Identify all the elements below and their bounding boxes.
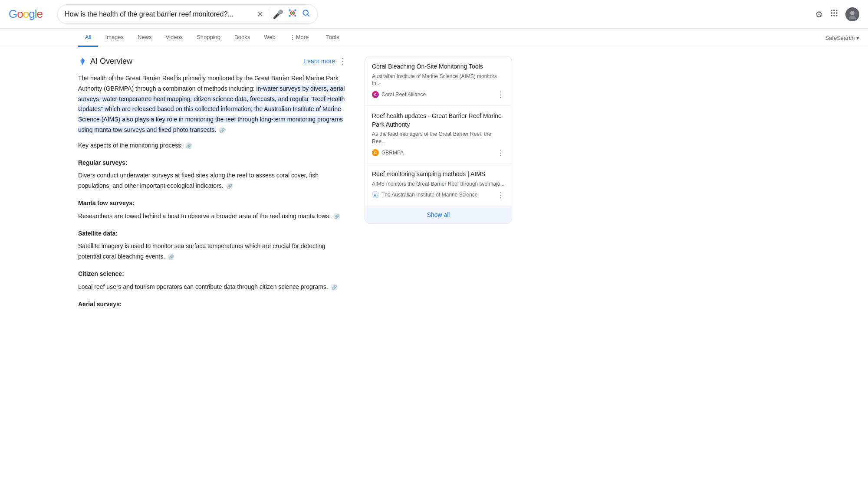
- ai-gem-icon: [78, 56, 87, 66]
- svg-rect-4: [833, 10, 835, 11]
- citation-chip-5[interactable]: 🔗: [168, 253, 174, 260]
- logo-letter-g: G: [9, 7, 17, 21]
- svg-rect-3: [831, 10, 832, 11]
- tab-web[interactable]: Web: [257, 29, 283, 47]
- svg-rect-9: [831, 15, 832, 16]
- ai-intro-paragraph: The health of the Great Barrier Reef is …: [78, 73, 347, 135]
- tab-all[interactable]: All: [78, 29, 98, 47]
- svg-rect-5: [836, 10, 837, 11]
- source-title-2: Reef health updates - Great Barrier Reef…: [372, 112, 505, 129]
- source-item-3: Reef monitoring sampling methods | AIMS …: [365, 164, 512, 206]
- section-heading-satellite: Satellite data:: [78, 229, 347, 239]
- show-all-button[interactable]: Show all: [365, 206, 512, 223]
- search-bar[interactable]: ✕ 🎤: [57, 4, 318, 24]
- svg-rect-10: [833, 15, 835, 16]
- domain-label-1: Coral Reef Alliance: [381, 92, 426, 98]
- search-bar-container: ✕ 🎤: [57, 4, 318, 24]
- svg-rect-8: [836, 12, 837, 13]
- source-item-1: Coral Bleaching On-Site Monitoring Tools…: [365, 56, 512, 106]
- header: Google ✕ 🎤: [0, 0, 868, 29]
- logo-letter-g2: g: [29, 7, 34, 21]
- section-citizen-science: Citizen science: Local reef users and to…: [78, 269, 347, 292]
- source-snippet-2: As the lead managers of the Great Barrie…: [372, 131, 505, 145]
- section-text-manta-tow: Researchers are towed behind a boat to o…: [78, 211, 347, 222]
- svg-rect-6: [831, 12, 832, 13]
- favicon-1: C: [372, 91, 379, 98]
- svg-point-2: [303, 10, 308, 15]
- section-heading-manta-tow: Manta tow surveys:: [78, 198, 347, 209]
- citation-chip-2[interactable]: 🔗: [185, 142, 192, 149]
- source-item-2: Reef health updates - Great Barrier Reef…: [365, 106, 512, 164]
- ai-overview-label: AI Overview: [90, 57, 132, 66]
- favicon-3: A: [372, 191, 379, 198]
- ai-highlighted-text: in-water surveys by divers, aerial surve…: [78, 85, 345, 133]
- google-logo: Google: [9, 8, 49, 21]
- source-meta-2: G GBRMPA ⋮: [372, 148, 505, 157]
- safesearch-label[interactable]: SafeSearch ▾: [825, 35, 868, 41]
- citation-chip-4[interactable]: 🔗: [333, 213, 340, 220]
- source-meta-1: C Coral Reef Alliance ⋮: [372, 90, 505, 99]
- apps-button[interactable]: [830, 9, 838, 20]
- tab-tools[interactable]: Tools: [319, 29, 346, 47]
- domain-label-3: The Australian Institute of Marine Scien…: [381, 192, 477, 198]
- section-manta-tow: Manta tow surveys: Researchers are towed…: [78, 198, 347, 222]
- ai-overview-actions: Learn more ⋮: [304, 56, 347, 66]
- section-aerial-surveys: Aerial surveys:: [78, 299, 347, 310]
- search-button[interactable]: [302, 9, 310, 20]
- grid-icon: [830, 9, 838, 20]
- ai-overview-title: AI Overview: [78, 56, 132, 66]
- more-dots-icon: ⋮: [289, 34, 295, 40]
- search-icon: [302, 9, 310, 20]
- svg-rect-11: [836, 15, 837, 16]
- svg-rect-7: [833, 12, 835, 13]
- camera-search-icon: [288, 8, 297, 20]
- source-menu-button-3[interactable]: ⋮: [497, 190, 505, 200]
- source-menu-button-2[interactable]: ⋮: [497, 148, 505, 157]
- tab-images[interactable]: Images: [98, 29, 131, 47]
- citation-chip-6[interactable]: 🔗: [331, 284, 338, 291]
- source-menu-button-1[interactable]: ⋮: [497, 90, 505, 99]
- logo-letter-o1: o: [17, 7, 23, 21]
- learn-more-button[interactable]: Learn more: [304, 58, 335, 65]
- citation-chip-3[interactable]: 🔗: [226, 183, 233, 190]
- source-snippet-3: AIMS monitors the Great Barrier Reef thr…: [372, 180, 505, 188]
- main-content: AI Overview Learn more ⋮ The health of t…: [0, 47, 868, 321]
- favicon-2: G: [372, 149, 379, 156]
- source-meta-3: A The Australian Institute of Marine Sci…: [372, 190, 505, 200]
- svg-point-1: [291, 12, 294, 14]
- section-text-satellite: Satellite imagery is used to monitor sea…: [78, 241, 347, 262]
- sources-card: Coral Bleaching On-Site Monitoring Tools…: [365, 56, 512, 224]
- key-aspects-heading: Key aspects of the monitoring process: 🔗: [78, 141, 347, 151]
- ai-body: The health of the Great Barrier Reef is …: [78, 73, 347, 309]
- tab-more[interactable]: ⋮ More: [283, 29, 316, 47]
- section-text-regular-surveys: Divers conduct underwater surveys at fix…: [78, 170, 347, 191]
- svg-text:A: A: [374, 193, 376, 197]
- ai-overview-header: AI Overview Learn more ⋮: [78, 56, 347, 66]
- settings-icon: ⚙: [815, 9, 823, 20]
- svg-point-13: [850, 11, 855, 15]
- tab-videos[interactable]: Videos: [159, 29, 190, 47]
- domain-label-2: GBRMPA: [381, 150, 404, 156]
- header-right: ⚙: [815, 7, 859, 21]
- logo-text: Google: [9, 8, 49, 21]
- section-heading-regular-surveys: Regular surveys:: [78, 158, 347, 168]
- search-input[interactable]: [65, 10, 253, 18]
- avatar[interactable]: [845, 7, 859, 21]
- source-domain-1: C Coral Reef Alliance: [372, 91, 426, 98]
- mic-button[interactable]: 🎤: [273, 9, 283, 20]
- clear-button[interactable]: ✕: [257, 10, 263, 18]
- logo-letter-o2: o: [23, 7, 29, 21]
- tab-shopping[interactable]: Shopping: [190, 29, 227, 47]
- section-regular-surveys: Regular surveys: Divers conduct underwat…: [78, 158, 347, 191]
- citation-chip-1[interactable]: 🔗: [219, 127, 226, 134]
- lens-button[interactable]: [288, 8, 297, 20]
- section-satellite: Satellite data: Satellite imagery is use…: [78, 229, 347, 262]
- ai-overview-menu-button[interactable]: ⋮: [339, 56, 347, 66]
- tab-news[interactable]: News: [131, 29, 159, 47]
- tab-books[interactable]: Books: [227, 29, 257, 47]
- right-column: Coral Bleaching On-Site Monitoring Tools…: [365, 56, 512, 312]
- source-domain-2: G GBRMPA: [372, 149, 404, 156]
- source-domain-3: A The Australian Institute of Marine Sci…: [372, 191, 477, 198]
- settings-button[interactable]: ⚙: [815, 9, 823, 20]
- source-title-1: Coral Bleaching On-Site Monitoring Tools: [372, 62, 505, 71]
